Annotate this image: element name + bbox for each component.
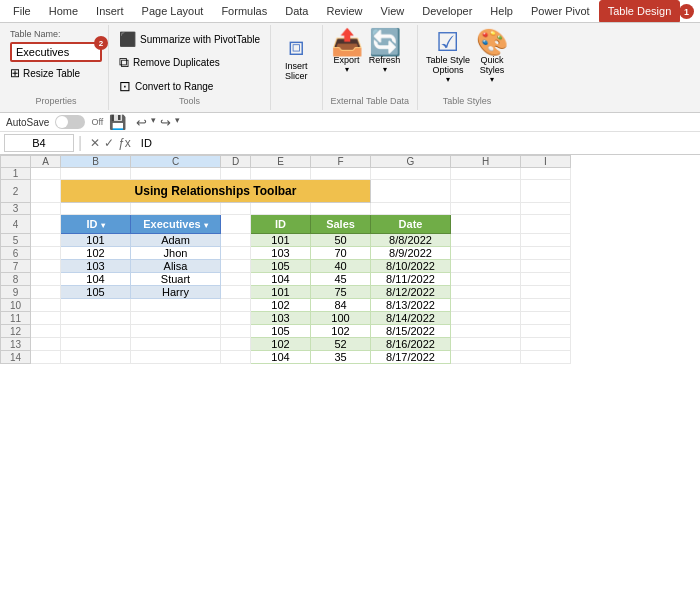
cell-g10[interactable]: 8/13/2022 (371, 299, 451, 312)
quick-styles-btn[interactable]: 🎨 QuickStyles ▾ (476, 29, 508, 84)
cell-c4-header[interactable]: Executives ▾ (131, 215, 221, 234)
cell-f11[interactable]: 100 (311, 312, 371, 325)
cell-g2[interactable] (371, 180, 451, 203)
cell-d1[interactable] (221, 168, 251, 180)
cell-f4-header[interactable]: Sales (311, 215, 371, 234)
col-header-h[interactable]: H (451, 156, 521, 168)
cell-g7[interactable]: 8/10/2022 (371, 260, 451, 273)
cell-a3[interactable] (31, 203, 61, 215)
cell-b10[interactable] (61, 299, 131, 312)
tab-help[interactable]: Help (481, 0, 522, 22)
cell-e11[interactable]: 103 (251, 312, 311, 325)
summarize-pivot-btn[interactable]: ⬛ Summarize with PivotTable (117, 29, 262, 49)
cell-c8[interactable]: Stuart (131, 273, 221, 286)
col-header-a[interactable]: A (31, 156, 61, 168)
cell-i11[interactable] (521, 312, 571, 325)
cell-i2[interactable] (521, 180, 571, 203)
cell-a4[interactable] (31, 215, 61, 234)
autosave-toggle[interactable] (55, 115, 85, 129)
col-header-e[interactable]: E (251, 156, 311, 168)
cell-h5[interactable] (451, 234, 521, 247)
cell-d13[interactable] (221, 338, 251, 351)
cell-f1[interactable] (311, 168, 371, 180)
cell-b6[interactable]: 102 (61, 247, 131, 260)
cell-d11[interactable] (221, 312, 251, 325)
cell-e9[interactable]: 101 (251, 286, 311, 299)
remove-duplicates-btn[interactable]: ⧉ Remove Duplicates (117, 52, 262, 73)
cell-g1[interactable] (371, 168, 451, 180)
cell-d9[interactable] (221, 286, 251, 299)
undo-arrow[interactable]: ▾ (151, 115, 156, 130)
cell-g9[interactable]: 8/12/2022 (371, 286, 451, 299)
function-icon[interactable]: ƒx (118, 136, 131, 150)
cell-i10[interactable] (521, 299, 571, 312)
cell-f8[interactable]: 45 (311, 273, 371, 286)
cell-a11[interactable] (31, 312, 61, 325)
cell-a7[interactable] (31, 260, 61, 273)
tab-power-pivot[interactable]: Power Pivot (522, 0, 599, 22)
tab-view[interactable]: View (372, 0, 414, 22)
cell-c5[interactable]: Adam (131, 234, 221, 247)
cell-g6[interactable]: 8/9/2022 (371, 247, 451, 260)
save-icon[interactable]: 💾 (109, 114, 126, 130)
cell-c1[interactable] (131, 168, 221, 180)
cell-e10[interactable]: 102 (251, 299, 311, 312)
cell-f3[interactable] (311, 203, 371, 215)
cell-f14[interactable]: 35 (311, 351, 371, 364)
cell-i4[interactable] (521, 215, 571, 234)
cell-g5[interactable]: 8/8/2022 (371, 234, 451, 247)
cell-a9[interactable] (31, 286, 61, 299)
cell-c9[interactable]: Harry (131, 286, 221, 299)
cell-c11[interactable] (131, 312, 221, 325)
col-header-i[interactable]: I (521, 156, 571, 168)
cell-c13[interactable] (131, 338, 221, 351)
cell-a10[interactable] (31, 299, 61, 312)
cell-g12[interactable]: 8/15/2022 (371, 325, 451, 338)
cell-f6[interactable]: 70 (311, 247, 371, 260)
cell-g13[interactable]: 8/16/2022 (371, 338, 451, 351)
convert-to-range-btn[interactable]: ⊡ Convert to Range (117, 76, 262, 96)
cell-e13[interactable]: 102 (251, 338, 311, 351)
cell-b1[interactable] (61, 168, 131, 180)
cell-d5[interactable] (221, 234, 251, 247)
cell-f9[interactable]: 75 (311, 286, 371, 299)
cell-b14[interactable] (61, 351, 131, 364)
cell-d7[interactable] (221, 260, 251, 273)
insert-slicer-btn[interactable]: ⧈ InsertSlicer (281, 29, 312, 85)
col-header-c[interactable]: C (131, 156, 221, 168)
col-header-d[interactable]: D (221, 156, 251, 168)
cell-b12[interactable] (61, 325, 131, 338)
tab-review[interactable]: Review (317, 0, 371, 22)
cell-b7[interactable]: 103 (61, 260, 131, 273)
cell-i9[interactable] (521, 286, 571, 299)
cell-e3[interactable] (251, 203, 311, 215)
cell-i12[interactable] (521, 325, 571, 338)
formula-input[interactable]: ID (139, 135, 696, 151)
cell-h8[interactable] (451, 273, 521, 286)
cell-h12[interactable] (451, 325, 521, 338)
tab-file[interactable]: File (4, 0, 40, 22)
table-name-input[interactable] (12, 44, 100, 60)
cell-h6[interactable] (451, 247, 521, 260)
cell-a13[interactable] (31, 338, 61, 351)
cell-b3[interactable] (61, 203, 131, 215)
cell-i14[interactable] (521, 351, 571, 364)
cell-d3[interactable] (221, 203, 251, 215)
cell-h10[interactable] (451, 299, 521, 312)
cell-c12[interactable] (131, 325, 221, 338)
cell-e8[interactable]: 104 (251, 273, 311, 286)
cell-b13[interactable] (61, 338, 131, 351)
cell-g14[interactable]: 8/17/2022 (371, 351, 451, 364)
cell-c14[interactable] (131, 351, 221, 364)
cell-e5[interactable]: 101 (251, 234, 311, 247)
cell-b5[interactable]: 101 (61, 234, 131, 247)
cell-c10[interactable] (131, 299, 221, 312)
cell-a8[interactable] (31, 273, 61, 286)
title-cell[interactable]: Using Relationships Toolbar (61, 180, 371, 203)
cell-f5[interactable]: 50 (311, 234, 371, 247)
tab-formulas[interactable]: Formulas (212, 0, 276, 22)
cell-a6[interactable] (31, 247, 61, 260)
cell-g3[interactable] (371, 203, 451, 215)
cell-d12[interactable] (221, 325, 251, 338)
cell-d14[interactable] (221, 351, 251, 364)
